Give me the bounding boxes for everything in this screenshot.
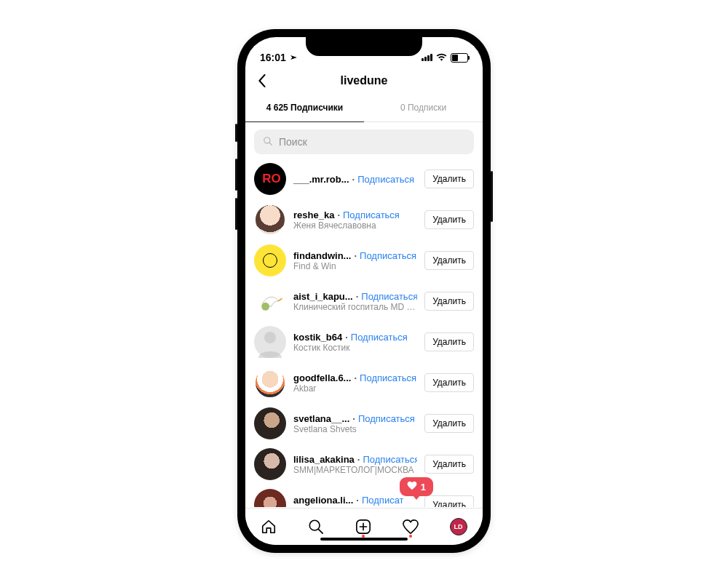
follower-row[interactable]: kostik_b64·ПодписатьсяКостик КостикУдали…	[245, 322, 483, 362]
follower-row[interactable]: findandwin...·ПодписатьсяFind & WinУдали…	[245, 240, 483, 281]
home-indicator	[320, 538, 408, 541]
username[interactable]: reshe_ka	[293, 210, 334, 220]
tabs: 4 625 Подписчики 0 Подписки	[245, 95, 483, 122]
avatar[interactable]: RO	[254, 163, 286, 195]
remove-button[interactable]: Удалить	[424, 251, 474, 270]
subscribe-link[interactable]: Подписат	[362, 495, 404, 506]
username[interactable]: kostik_b64	[293, 332, 342, 343]
tab-label: 0 Подписки	[400, 103, 446, 113]
follower-row[interactable]: angeliona.li...·ПодписатAlina GalkovaУда…	[245, 485, 483, 507]
remove-button[interactable]: Удалить	[424, 170, 474, 188]
subscribe-link[interactable]: Подписаться	[358, 413, 415, 424]
fullname: Find & Win	[293, 261, 417, 271]
side-button	[235, 159, 237, 191]
follower-meta: angeliona.li...·ПодписатAlina Galkova	[293, 495, 417, 508]
svg-point-3	[309, 520, 320, 530]
follower-meta: svetlana__...·ПодписатьсяSvetlana Shvets	[293, 413, 417, 434]
remove-button[interactable]: Удалить	[424, 292, 474, 311]
username[interactable]: aist_i_kapu...	[293, 291, 353, 302]
follower-meta: goodfella.6...·ПодписатьсяAkbar	[293, 372, 417, 394]
subscribe-link[interactable]: Подписаться	[357, 174, 414, 185]
tab-label: 4 625 Подписчики	[266, 103, 344, 113]
fullname: Костик Костик	[293, 343, 417, 353]
subscribe-link[interactable]: Подписаться	[360, 250, 416, 261]
fullname: Женя Вячеславовна	[293, 220, 417, 231]
follower-meta: reshe_ka·ПодписатьсяЖеня Вячеславовна	[293, 210, 417, 231]
username[interactable]: angeliona.li...	[293, 495, 353, 506]
notch	[306, 37, 422, 56]
username[interactable]: svetlana__...	[293, 413, 349, 424]
fullname: Alina Galkova	[293, 506, 417, 508]
fullname: SMM|МАРКЕТОЛОГ|МОСКВА	[293, 465, 417, 475]
avatar[interactable]	[254, 204, 286, 236]
tab-followers[interactable]: 4 625 Подписчики	[245, 95, 364, 121]
remove-button[interactable]: Удалить	[424, 495, 474, 507]
subscribe-link[interactable]: Подписаться	[343, 210, 400, 220]
follower-meta: kostik_b64·ПодписатьсяКостик Костик	[293, 332, 417, 353]
side-button	[235, 198, 237, 230]
follower-row[interactable]: aist_i_kapu...·ПодписатьсяКлинический го…	[245, 281, 483, 322]
separator-dot: ·	[356, 495, 359, 506]
follower-meta: findandwin...·ПодписатьсяFind & Win	[293, 250, 417, 271]
search-container: Поиск	[245, 122, 483, 159]
avatar[interactable]	[254, 244, 286, 276]
separator-dot: ·	[352, 174, 355, 185]
activity-bubble[interactable]: 1	[400, 477, 433, 496]
fullname: Svetlana Shvets	[293, 424, 417, 434]
heart-icon	[407, 481, 417, 493]
screen: 16:01 livedune 4 625 Подписчики	[245, 37, 483, 545]
subscribe-link[interactable]: Подписаться	[351, 332, 408, 343]
separator-dot: ·	[354, 372, 357, 383]
subscribe-link[interactable]: Подписаться	[361, 291, 417, 302]
follower-meta: aist_i_kapu...·ПодписатьсяКлинический го…	[293, 291, 417, 312]
followers-list[interactable]: RO___.mr.rob...·ПодписатьсяУдалитьreshe_…	[245, 159, 483, 507]
side-button	[491, 171, 493, 222]
tab-following[interactable]: 0 Подписки	[364, 95, 483, 121]
follower-row[interactable]: lilisa_akakina·ПодписатьсяSMM|МАРКЕТОЛОГ…	[245, 444, 483, 485]
avatar[interactable]	[254, 367, 286, 399]
nav-profile[interactable]: LD	[450, 518, 467, 535]
subscribe-link[interactable]: Подписаться	[360, 372, 416, 383]
nav-search[interactable]	[308, 519, 324, 535]
username[interactable]: lilisa_akakina	[293, 454, 355, 465]
nav-home[interactable]	[261, 519, 277, 535]
separator-dot: ·	[356, 291, 359, 302]
username[interactable]: goodfella.6...	[293, 372, 351, 383]
nav-create[interactable]	[355, 519, 371, 535]
avatar[interactable]	[254, 407, 286, 439]
fullname: Клинический госпиталь MD GRO...	[293, 302, 417, 312]
follower-meta: ___.mr.rob...·Подписаться	[293, 174, 417, 185]
username[interactable]: ___.mr.rob...	[293, 174, 349, 185]
follower-row[interactable]: svetlana__...·ПодписатьсяSvetlana Shvets…	[245, 403, 483, 444]
avatar[interactable]	[254, 448, 286, 480]
follower-row[interactable]: goodfella.6...·ПодписатьсяAkbarУдалить	[245, 362, 483, 403]
remove-button[interactable]: Удалить	[424, 455, 474, 474]
follower-meta: lilisa_akakina·ПодписатьсяSMM|МАРКЕТОЛОГ…	[293, 454, 417, 475]
location-services-icon	[286, 51, 299, 64]
remove-button[interactable]: Удалить	[424, 210, 474, 229]
separator-dot: ·	[354, 250, 357, 261]
username[interactable]: findandwin...	[293, 250, 351, 261]
avatar[interactable]	[254, 489, 286, 507]
remove-button[interactable]: Удалить	[424, 332, 474, 351]
separator-dot: ·	[357, 454, 360, 465]
status-time: 16:01	[260, 52, 286, 63]
svg-point-1	[261, 303, 269, 311]
activity-count: 1	[421, 482, 426, 493]
nav-header: livedune	[245, 66, 483, 95]
subscribe-link[interactable]: Подписаться	[363, 454, 417, 465]
avatar[interactable]	[254, 326, 286, 358]
follower-row[interactable]: reshe_ka·ПодписатьсяЖеня ВячеславовнаУда…	[245, 199, 483, 240]
cellular-signal-icon	[422, 54, 432, 61]
remove-button[interactable]: Удалить	[424, 373, 474, 392]
wifi-icon	[436, 52, 447, 63]
follower-row[interactable]: RO___.mr.rob...·ПодписатьсяУдалить	[245, 159, 483, 199]
search-input[interactable]: Поиск	[254, 129, 474, 154]
separator-dot: ·	[345, 332, 348, 343]
remove-button[interactable]: Удалить	[424, 414, 474, 433]
back-button[interactable]	[254, 73, 270, 89]
avatar[interactable]	[254, 285, 286, 317]
nav-activity[interactable]	[403, 519, 419, 535]
fullname: Akbar	[293, 383, 417, 394]
notification-dot-icon	[409, 535, 412, 538]
